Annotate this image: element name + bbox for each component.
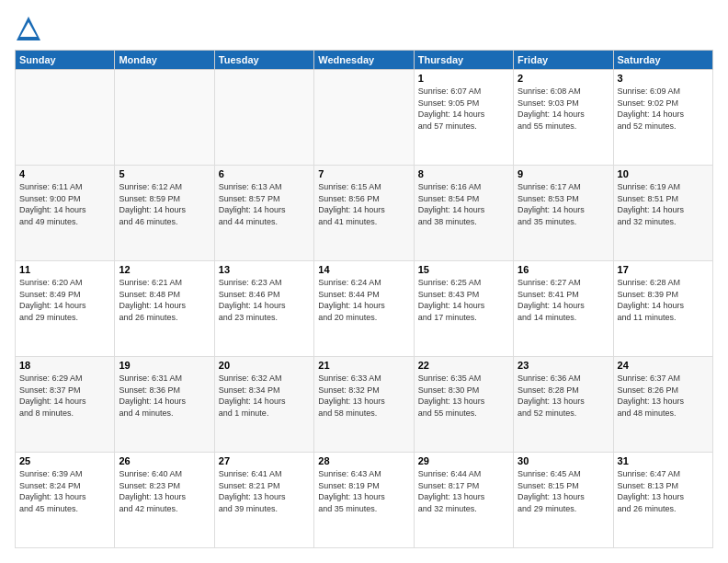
day-number: 14 (318, 264, 409, 275)
calendar-cell-week4-day3: 21Sunrise: 6:33 AM Sunset: 8:32 PM Dayli… (314, 357, 414, 453)
day-number: 1 (418, 73, 509, 84)
day-info: Sunrise: 6:27 AM Sunset: 8:41 PM Dayligh… (518, 277, 609, 323)
calendar-cell-week2-day1: 5Sunrise: 6:12 AM Sunset: 8:59 PM Daylig… (115, 166, 214, 261)
day-number: 21 (318, 360, 409, 371)
week-row-5: 25Sunrise: 6:39 AM Sunset: 8:24 PM Dayli… (16, 453, 713, 548)
weekday-header-wednesday: Wednesday (314, 51, 414, 70)
day-info: Sunrise: 6:09 AM Sunset: 9:02 PM Dayligh… (618, 86, 709, 132)
day-number: 15 (418, 264, 509, 275)
day-number: 16 (518, 264, 609, 275)
day-number: 23 (518, 360, 609, 371)
calendar-cell-week3-day0: 11Sunrise: 6:20 AM Sunset: 8:49 PM Dayli… (16, 261, 115, 357)
calendar: SundayMondayTuesdayWednesdayThursdayFrid… (15, 50, 713, 548)
day-number: 12 (119, 264, 210, 275)
day-number: 26 (119, 455, 210, 466)
calendar-cell-week1-day4: 1Sunrise: 6:07 AM Sunset: 9:05 PM Daylig… (414, 70, 513, 166)
calendar-cell-week3-day4: 15Sunrise: 6:25 AM Sunset: 8:43 PM Dayli… (414, 261, 513, 357)
weekday-header-monday: Monday (115, 51, 214, 70)
calendar-cell-week3-day2: 13Sunrise: 6:23 AM Sunset: 8:46 PM Dayli… (214, 261, 313, 357)
calendar-cell-week4-day2: 20Sunrise: 6:32 AM Sunset: 8:34 PM Dayli… (214, 357, 313, 453)
day-info: Sunrise: 6:15 AM Sunset: 8:56 PM Dayligh… (318, 181, 409, 227)
calendar-cell-week4-day4: 22Sunrise: 6:35 AM Sunset: 8:30 PM Dayli… (414, 357, 513, 453)
day-info: Sunrise: 6:32 AM Sunset: 8:34 PM Dayligh… (219, 373, 310, 419)
day-info: Sunrise: 6:47 AM Sunset: 8:13 PM Dayligh… (618, 468, 709, 514)
calendar-cell-week1-day6: 3Sunrise: 6:09 AM Sunset: 9:02 PM Daylig… (613, 70, 712, 166)
calendar-cell-week2-day2: 6Sunrise: 6:13 AM Sunset: 8:57 PM Daylig… (214, 166, 313, 261)
day-number: 4 (19, 168, 110, 179)
day-number: 31 (618, 455, 709, 466)
day-number: 10 (618, 168, 709, 179)
calendar-cell-week5-day4: 29Sunrise: 6:44 AM Sunset: 8:17 PM Dayli… (414, 453, 513, 548)
day-info: Sunrise: 6:16 AM Sunset: 8:54 PM Dayligh… (418, 181, 509, 227)
day-info: Sunrise: 6:31 AM Sunset: 8:36 PM Dayligh… (119, 373, 210, 419)
day-number: 6 (219, 168, 310, 179)
day-number: 19 (119, 360, 210, 371)
day-number: 9 (518, 168, 609, 179)
day-number: 11 (19, 264, 110, 275)
calendar-cell-week2-day5: 9Sunrise: 6:17 AM Sunset: 8:53 PM Daylig… (514, 166, 613, 261)
day-info: Sunrise: 6:21 AM Sunset: 8:48 PM Dayligh… (119, 277, 210, 323)
day-number: 28 (318, 455, 409, 466)
day-number: 18 (19, 360, 110, 371)
calendar-cell-week3-day6: 17Sunrise: 6:28 AM Sunset: 8:39 PM Dayli… (613, 261, 712, 357)
calendar-cell-week1-day5: 2Sunrise: 6:08 AM Sunset: 9:03 PM Daylig… (514, 70, 613, 166)
calendar-cell-week5-day3: 28Sunrise: 6:43 AM Sunset: 8:19 PM Dayli… (314, 453, 414, 548)
day-number: 30 (518, 455, 609, 466)
calendar-cell-week1-day2 (214, 70, 313, 166)
calendar-cell-week2-day3: 7Sunrise: 6:15 AM Sunset: 8:56 PM Daylig… (314, 166, 414, 261)
calendar-cell-week5-day0: 25Sunrise: 6:39 AM Sunset: 8:24 PM Dayli… (16, 453, 115, 548)
day-info: Sunrise: 6:29 AM Sunset: 8:37 PM Dayligh… (19, 373, 110, 419)
calendar-cell-week4-day6: 24Sunrise: 6:37 AM Sunset: 8:26 PM Dayli… (613, 357, 712, 453)
day-info: Sunrise: 6:08 AM Sunset: 9:03 PM Dayligh… (518, 86, 609, 132)
day-number: 25 (19, 455, 110, 466)
week-row-4: 18Sunrise: 6:29 AM Sunset: 8:37 PM Dayli… (16, 357, 713, 453)
calendar-cell-week3-day5: 16Sunrise: 6:27 AM Sunset: 8:41 PM Dayli… (514, 261, 613, 357)
day-info: Sunrise: 6:39 AM Sunset: 8:24 PM Dayligh… (19, 468, 110, 514)
weekday-header-sunday: Sunday (16, 51, 115, 70)
day-info: Sunrise: 6:12 AM Sunset: 8:59 PM Dayligh… (119, 181, 210, 227)
calendar-cell-week5-day6: 31Sunrise: 6:47 AM Sunset: 8:13 PM Dayli… (613, 453, 712, 548)
calendar-cell-week5-day1: 26Sunrise: 6:40 AM Sunset: 8:23 PM Dayli… (115, 453, 214, 548)
weekday-header-tuesday: Tuesday (214, 51, 313, 70)
day-number: 22 (418, 360, 509, 371)
calendar-cell-week3-day1: 12Sunrise: 6:21 AM Sunset: 8:48 PM Dayli… (115, 261, 214, 357)
day-info: Sunrise: 6:25 AM Sunset: 8:43 PM Dayligh… (418, 277, 509, 323)
week-row-3: 11Sunrise: 6:20 AM Sunset: 8:49 PM Dayli… (16, 261, 713, 357)
day-info: Sunrise: 6:37 AM Sunset: 8:26 PM Dayligh… (618, 373, 709, 419)
day-info: Sunrise: 6:07 AM Sunset: 9:05 PM Dayligh… (418, 86, 509, 132)
day-info: Sunrise: 6:40 AM Sunset: 8:23 PM Dayligh… (119, 468, 210, 514)
week-row-1: 1Sunrise: 6:07 AM Sunset: 9:05 PM Daylig… (16, 70, 713, 166)
calendar-cell-week2-day6: 10Sunrise: 6:19 AM Sunset: 8:51 PM Dayli… (613, 166, 712, 261)
day-number: 3 (618, 73, 709, 84)
weekday-header-friday: Friday (514, 51, 613, 70)
day-info: Sunrise: 6:17 AM Sunset: 8:53 PM Dayligh… (518, 181, 609, 227)
day-number: 27 (219, 455, 310, 466)
header (15, 15, 713, 42)
day-number: 2 (518, 73, 609, 84)
day-number: 7 (318, 168, 409, 179)
day-info: Sunrise: 6:41 AM Sunset: 8:21 PM Dayligh… (219, 468, 310, 514)
calendar-cell-week2-day0: 4Sunrise: 6:11 AM Sunset: 9:00 PM Daylig… (16, 166, 115, 261)
calendar-cell-week4-day1: 19Sunrise: 6:31 AM Sunset: 8:36 PM Dayli… (115, 357, 214, 453)
day-number: 17 (618, 264, 709, 275)
weekday-header-saturday: Saturday (613, 51, 712, 70)
calendar-cell-week4-day0: 18Sunrise: 6:29 AM Sunset: 8:37 PM Dayli… (16, 357, 115, 453)
calendar-cell-week1-day1 (115, 70, 214, 166)
day-info: Sunrise: 6:33 AM Sunset: 8:32 PM Dayligh… (318, 373, 409, 419)
day-info: Sunrise: 6:45 AM Sunset: 8:15 PM Dayligh… (518, 468, 609, 514)
calendar-cell-week1-day0 (16, 70, 115, 166)
week-row-2: 4Sunrise: 6:11 AM Sunset: 9:00 PM Daylig… (16, 166, 713, 261)
calendar-cell-week5-day2: 27Sunrise: 6:41 AM Sunset: 8:21 PM Dayli… (214, 453, 313, 548)
weekday-header-row: SundayMondayTuesdayWednesdayThursdayFrid… (16, 51, 713, 70)
calendar-cell-week2-day4: 8Sunrise: 6:16 AM Sunset: 8:54 PM Daylig… (414, 166, 513, 261)
day-info: Sunrise: 6:35 AM Sunset: 8:30 PM Dayligh… (418, 373, 509, 419)
day-number: 29 (418, 455, 509, 466)
calendar-cell-week4-day5: 23Sunrise: 6:36 AM Sunset: 8:28 PM Dayli… (514, 357, 613, 453)
day-info: Sunrise: 6:11 AM Sunset: 9:00 PM Dayligh… (19, 181, 110, 227)
day-number: 5 (119, 168, 210, 179)
calendar-cell-week5-day5: 30Sunrise: 6:45 AM Sunset: 8:15 PM Dayli… (514, 453, 613, 548)
day-info: Sunrise: 6:19 AM Sunset: 8:51 PM Dayligh… (618, 181, 709, 227)
day-number: 13 (219, 264, 310, 275)
day-info: Sunrise: 6:44 AM Sunset: 8:17 PM Dayligh… (418, 468, 509, 514)
weekday-header-thursday: Thursday (414, 51, 513, 70)
